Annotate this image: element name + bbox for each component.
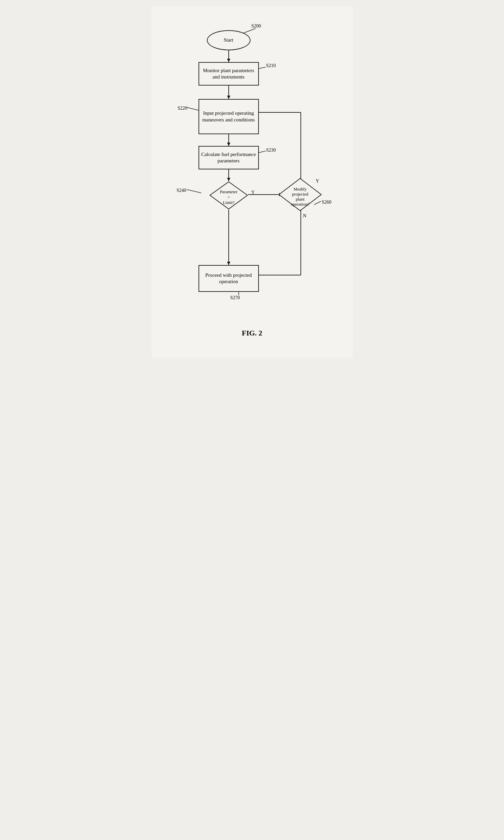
svg-marker-8 — [227, 143, 230, 146]
svg-text:Parameter: Parameter — [220, 189, 237, 194]
flowchart-diagram: S200 Start S210 Monitor plant parameters… — [162, 14, 343, 322]
s240-label: S240 — [177, 188, 186, 193]
s270-box: Proceed with projected operation — [199, 265, 259, 292]
svg-text:>: > — [227, 195, 230, 200]
svg-marker-2 — [227, 59, 230, 62]
svg-marker-14 — [227, 262, 230, 265]
s230-label: S230 — [266, 148, 276, 153]
svg-marker-11 — [227, 178, 230, 181]
s210-box: Monitor plant parameters and instruments — [199, 62, 259, 86]
s200-label: S200 — [252, 23, 261, 29]
s260-label: S260 — [322, 200, 331, 205]
svg-text:operation?: operation? — [291, 202, 309, 207]
s270-label: S270 — [230, 295, 240, 301]
figure-label: FIG. 2 — [242, 329, 262, 338]
svg-text:plant: plant — [296, 197, 305, 202]
y-label-s240: Y — [252, 190, 255, 195]
s210-label: S210 — [266, 63, 276, 68]
svg-text:Modify: Modify — [293, 186, 307, 192]
s260-diamond: Modify projected plant operation? — [278, 178, 322, 211]
svg-marker-5 — [227, 95, 230, 99]
y-label-s260: Y — [316, 178, 319, 184]
svg-line-12 — [187, 190, 201, 193]
s220-box: Input projected operating maneuvers and … — [199, 99, 259, 134]
s230-box: Calculate fuel performance parameters — [199, 146, 259, 169]
start-shape: Start — [207, 30, 251, 50]
n-label-s260: N — [303, 213, 306, 219]
svg-line-6 — [187, 107, 200, 111]
svg-text:Limit?: Limit? — [223, 200, 234, 205]
s220-label: S220 — [178, 106, 187, 111]
s240-diamond: Parameter > Limit? — [209, 181, 248, 210]
page: S200 Start S210 Monitor plant parameters… — [151, 7, 353, 358]
svg-text:projected: projected — [292, 192, 308, 197]
